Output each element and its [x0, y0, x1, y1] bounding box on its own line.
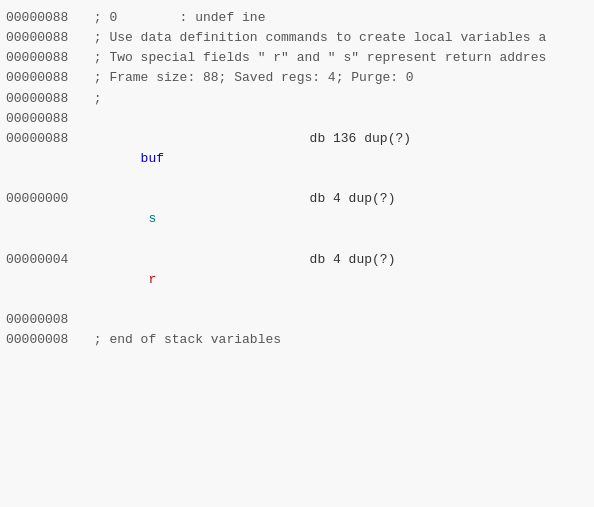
code-line-5: 00000088 ; [0, 89, 594, 109]
addr-4: 00000088 [6, 68, 86, 88]
comment-4: ; Frame size: 88; Saved regs: 4; Purge: … [86, 68, 414, 88]
s-label: s [133, 211, 156, 226]
code-line-9: 00000004 r db 4 dup(?) [0, 250, 594, 310]
addr-6: 00000088 [6, 109, 86, 129]
comment-3: ; Two special fields " r" and " s" repre… [86, 48, 546, 68]
code-view: 00000088 ; 0 : undef ine 00000088 ; Use … [0, 0, 594, 507]
addr-7: 00000088 [6, 129, 86, 149]
r-label: r [133, 272, 156, 287]
code-line-3: 00000088 ; Two special fields " r" and "… [0, 48, 594, 68]
instr-buf: db 136 dup(?) [216, 129, 411, 149]
comment-5: ; [86, 89, 102, 109]
comment-2: ; Use data definition commands to create… [86, 28, 546, 48]
addr-1: 00000088 [6, 8, 86, 28]
addr-2: 00000088 [6, 28, 86, 48]
addr-8: 00000000 [6, 189, 86, 209]
addr-5: 00000088 [6, 89, 86, 109]
code-line-11: 00000008 ; end of stack variables [0, 330, 594, 350]
addr-10: 00000008 [6, 310, 86, 330]
code-line-4: 00000088 ; Frame size: 88; Saved regs: 4… [0, 68, 594, 88]
code-line-7: 00000088 buf db 136 dup(?) [0, 129, 594, 189]
code-line-10: 00000008 [0, 310, 594, 330]
code-line-2: 00000088 ; Use data definition commands … [0, 28, 594, 48]
instr-r: db 4 dup(?) [216, 250, 395, 270]
varname-s: s [86, 189, 216, 249]
code-line-6: 00000088 [0, 109, 594, 129]
buf-label: buf [133, 151, 164, 166]
comment-11: ; end of stack variables [86, 330, 281, 350]
addr-3: 00000088 [6, 48, 86, 68]
instr-s: db 4 dup(?) [216, 189, 395, 209]
addr-9: 00000004 [6, 250, 86, 270]
code-line-8: 00000000 s db 4 dup(?) [0, 189, 594, 249]
varname-buf: buf [86, 129, 216, 189]
comment-1: ; 0 : undef ine [86, 8, 265, 28]
code-line-1: 00000088 ; 0 : undef ine [0, 8, 594, 28]
addr-11: 00000008 [6, 330, 86, 350]
varname-r: r [86, 250, 216, 310]
